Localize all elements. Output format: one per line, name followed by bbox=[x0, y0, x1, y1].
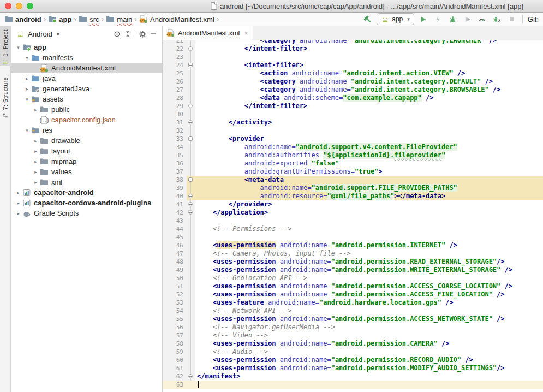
code-line[interactable]: 60 <uses-permission android:name="androi… bbox=[163, 356, 543, 364]
debug-button[interactable] bbox=[447, 14, 458, 25]
build-hammer-button[interactable] bbox=[362, 14, 373, 25]
code-line[interactable]: 57 <!-- Video --> bbox=[163, 331, 543, 340]
fold-end-marker-icon[interactable] bbox=[188, 104, 193, 108]
code-line[interactable]: 38 <meta-data bbox=[163, 176, 543, 184]
fold-start-marker-icon[interactable] bbox=[188, 136, 193, 141]
tree-item-androidmanifest-xml[interactable]: </>AndroidManifest.xml bbox=[11, 63, 162, 73]
tree-expand-arrow-icon[interactable]: ▸ bbox=[14, 190, 22, 195]
fold-end-marker-icon[interactable] bbox=[188, 210, 193, 215]
code-line[interactable]: 30 bbox=[163, 110, 543, 118]
tree-item-layout[interactable]: ▸layout bbox=[11, 146, 162, 156]
code-line[interactable]: 27 <category android:name="android.inten… bbox=[163, 86, 543, 94]
code-line[interactable]: 43 bbox=[163, 217, 543, 225]
profiler-button[interactable] bbox=[477, 14, 488, 25]
code-line[interactable]: 22 </intent-filter> bbox=[163, 45, 543, 53]
tree-item-res[interactable]: ▾res bbox=[11, 125, 162, 135]
tree-expand-arrow-icon[interactable]: ▾ bbox=[14, 45, 22, 50]
tree-expand-arrow-icon[interactable]: ▸ bbox=[23, 76, 31, 81]
minimize-window-button[interactable] bbox=[16, 3, 22, 9]
tree-expand-arrow-icon[interactable]: ▸ bbox=[32, 169, 40, 175]
code-line[interactable]: 55 <uses-permission android:name="androi… bbox=[163, 315, 543, 323]
code-line[interactable]: 29 </intent-filter> bbox=[163, 102, 543, 110]
code-line[interactable]: 44 <!-- Permissions --> bbox=[163, 225, 543, 233]
code-line[interactable]: 31 </activity> bbox=[163, 118, 543, 127]
run-button[interactable] bbox=[418, 14, 429, 25]
code-line[interactable]: 50 <!-- Geolocation API --> bbox=[163, 274, 543, 282]
fold-end-marker-icon[interactable] bbox=[188, 46, 193, 51]
close-window-button[interactable] bbox=[5, 3, 11, 9]
attach-debugger-button[interactable] bbox=[492, 14, 503, 25]
breadcrumb-item-src[interactable]: src bbox=[79, 15, 99, 23]
tree-item-manifests[interactable]: ▾manifests bbox=[11, 52, 162, 63]
code-line[interactable]: 26 <category android:name="android.inten… bbox=[163, 78, 543, 86]
code-line[interactable]: 51 <uses-permission android:name="androi… bbox=[163, 282, 543, 290]
tree-expand-arrow-icon[interactable]: ▸ bbox=[32, 180, 40, 185]
code-line[interactable]: 52 <uses-permission android:name="androi… bbox=[163, 290, 543, 299]
project-view-selector[interactable]: Android ▾ bbox=[16, 30, 59, 38]
code-line[interactable]: 24 <intent-filter> bbox=[163, 61, 543, 69]
code-line[interactable]: 32 bbox=[163, 127, 543, 135]
fold-end-marker-icon[interactable] bbox=[188, 202, 193, 206]
apply-changes-button[interactable] bbox=[433, 14, 444, 25]
tree-expand-arrow-icon[interactable]: ▸ bbox=[14, 200, 22, 206]
code-line[interactable]: 53 <uses-feature android:name="android.h… bbox=[163, 299, 543, 307]
code-line[interactable]: 49 <uses-permission android:name="androi… bbox=[163, 266, 543, 274]
code-line[interactable]: 54 <!-- Network API --> bbox=[163, 307, 543, 315]
tree-expand-arrow-icon[interactable]: ▾ bbox=[23, 55, 31, 61]
tree-item-capacitor-config-json[interactable]: {..}capacitor.config.json bbox=[11, 115, 162, 125]
run-configuration-select[interactable]: app▾ bbox=[377, 13, 414, 25]
tree-item-drawable[interactable]: ▸drawable bbox=[11, 135, 162, 146]
code-line[interactable]: 33 <provider bbox=[163, 135, 543, 143]
tool-window-tab-structure[interactable]: 7: Structure bbox=[0, 74, 11, 120]
code-line[interactable]: 37 android:grantUriPermissions="true"> bbox=[163, 168, 543, 176]
tree-item-capacitor-android[interactable]: ▸capacitor-android bbox=[11, 187, 162, 198]
locate-button[interactable] bbox=[111, 28, 122, 39]
tree-expand-arrow-icon[interactable]: ▸ bbox=[32, 149, 40, 154]
fold-end-marker-icon[interactable] bbox=[188, 194, 193, 198]
tree-item-assets[interactable]: ▾assets bbox=[11, 94, 162, 104]
tree-item-mipmap[interactable]: ▸mipmap bbox=[11, 156, 162, 167]
breadcrumb-item-android[interactable]: android bbox=[4, 15, 41, 23]
code-line[interactable]: 63 bbox=[163, 381, 543, 389]
tree-expand-arrow-icon[interactable]: ▾ bbox=[23, 128, 31, 133]
breadcrumb-item-app[interactable]: app bbox=[48, 15, 71, 23]
code-line[interactable]: 35 android:authorities="${applicationId}… bbox=[163, 151, 543, 159]
code-line[interactable]: 34 android:name="android.support.v4.cont… bbox=[163, 143, 543, 151]
fold-end-marker-icon[interactable] bbox=[188, 120, 193, 124]
code-line[interactable]: 28 <data android:scheme="com.example.cap… bbox=[163, 94, 543, 102]
hide-button[interactable] bbox=[148, 28, 159, 39]
code-line[interactable]: 40 android:resource="@xml/file_paths"></… bbox=[163, 192, 543, 200]
code-line[interactable]: 25 <action android:name="android.intent.… bbox=[163, 69, 543, 78]
tree-expand-arrow-icon[interactable]: ▸ bbox=[32, 159, 40, 164]
breadcrumb-item-androidmanifest-xml[interactable]: </>AndroidManifest.xml bbox=[139, 15, 214, 23]
tree-item-app[interactable]: ▾app bbox=[11, 42, 162, 52]
fold-end-marker-icon[interactable] bbox=[188, 374, 193, 378]
fold-start-marker-icon[interactable] bbox=[188, 177, 193, 182]
code-line[interactable]: 56 <!-- Navigator.getUserMedia --> bbox=[163, 323, 543, 331]
stop-button[interactable] bbox=[506, 14, 517, 25]
tool-window-tab-project[interactable]: 1: Project bbox=[0, 26, 11, 66]
tree-item-xml[interactable]: ▸xml bbox=[11, 177, 162, 187]
tree-item-generatedjava[interactable]: ▸generatedJava bbox=[11, 84, 162, 94]
code-line[interactable]: 36 android:exported="false" bbox=[163, 159, 543, 168]
code-line[interactable]: 39 android:name="android.support.FILE_PR… bbox=[163, 184, 543, 192]
tree-expand-arrow-icon[interactable]: ▸ bbox=[23, 86, 31, 92]
code-line[interactable]: 48 <uses-permission android:name="androi… bbox=[163, 258, 543, 266]
code-line[interactable]: 21 <category android:name="android.inten… bbox=[163, 40, 543, 45]
code-line[interactable]: 59 <!-- Audio --> bbox=[163, 348, 543, 356]
settings-button[interactable] bbox=[137, 28, 148, 39]
tree-expand-arrow-icon[interactable]: ▸ bbox=[32, 107, 40, 112]
tree-expand-arrow-icon[interactable]: ▸ bbox=[32, 138, 40, 144]
code-editor[interactable]: 21 <category android:name="android.inten… bbox=[163, 40, 543, 392]
tree-expand-arrow-icon[interactable]: ▸ bbox=[14, 211, 22, 216]
collapse-all-button[interactable] bbox=[122, 28, 133, 39]
code-line[interactable]: 47 <!-- Camera, Photos, input file --> bbox=[163, 250, 543, 258]
code-line[interactable]: 62</manifest> bbox=[163, 372, 543, 381]
code-line[interactable]: 23 bbox=[163, 53, 543, 61]
tree-item-java[interactable]: ▸java bbox=[11, 73, 162, 84]
code-line[interactable]: 58 <uses-permission android:name="androi… bbox=[163, 340, 543, 348]
tree-item-values[interactable]: ▸values bbox=[11, 167, 162, 177]
git-branch-widget[interactable]: Git: bbox=[528, 15, 539, 23]
fold-start-marker-icon[interactable] bbox=[188, 63, 193, 67]
close-icon[interactable]: × bbox=[244, 29, 248, 37]
